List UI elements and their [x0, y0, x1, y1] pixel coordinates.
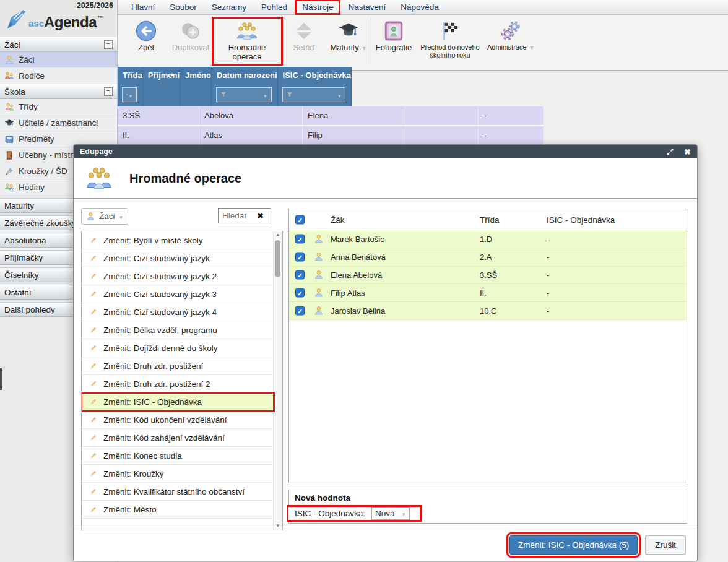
- column-zak[interactable]: Žák: [331, 215, 345, 224]
- search-input[interactable]: [222, 211, 257, 220]
- menu-item[interactable]: Seznamy: [206, 1, 252, 13]
- scroll-down-icon[interactable]: ▼: [274, 523, 282, 529]
- operation-label: Změnit: Délka vzděl. programu: [103, 326, 217, 335]
- row-checkbox[interactable]: [295, 288, 305, 298]
- table-row[interactable]: 3.SŠ Abelová Elena -: [118, 106, 544, 126]
- bg-table-column-header[interactable]: Příjmení ▲: [143, 67, 180, 106]
- cancel-button[interactable]: Zrušit: [645, 535, 686, 555]
- dialog-title-bar[interactable]: Edupage ✖: [74, 145, 697, 158]
- operation-item[interactable]: Změnit: Konec studia: [82, 447, 274, 465]
- operation-item[interactable]: Změnit: Druh zdr. postižení: [82, 357, 274, 375]
- new-value-row: ISIC - Objednávka: Nová: [287, 505, 422, 522]
- operation-item[interactable]: Změnit: ISIC - Objednávka: [82, 393, 274, 411]
- close-icon[interactable]: ✖: [684, 147, 691, 157]
- toolbar-button[interactable]: Zpět: [124, 18, 168, 64]
- expand-icon[interactable]: [666, 148, 674, 156]
- scrollbar[interactable]: ▲ ▼: [273, 231, 282, 530]
- bg-column-label: Příjmení: [148, 71, 180, 80]
- sidebar-entry[interactable]: Rodiče: [0, 68, 117, 84]
- menu-item[interactable]: Nastavení: [342, 1, 391, 13]
- operation-label: Změnit: Cizí studovaný jazyk 2: [103, 272, 217, 281]
- bg-table-column-header[interactable]: Datum narození: [212, 67, 278, 106]
- scope-label: Žáci: [99, 212, 115, 221]
- operation-item[interactable]: Změnit: Kód zahájení vzdělávání: [82, 429, 274, 447]
- row-checkbox[interactable]: [295, 306, 305, 316]
- collapse-minus-icon[interactable]: −: [104, 87, 113, 96]
- menu-item[interactable]: Nástroje: [297, 1, 339, 13]
- sidebar-entry[interactable]: Učitelé / zaměstnanci: [0, 115, 117, 131]
- student-name: Filip Atlas: [331, 288, 365, 298]
- icon-group-sm: [236, 19, 258, 43]
- filter-dropdown[interactable]: [282, 87, 346, 102]
- scroll-up-icon[interactable]: ▲: [274, 232, 282, 238]
- student-row[interactable]: Elena Abelová 3.SŠ -: [289, 266, 687, 284]
- filter-dropdown[interactable]: [216, 87, 272, 102]
- pencil-icon: [89, 236, 98, 245]
- toolbar-button[interactable]: Setřiď: [282, 18, 326, 64]
- student-isic: -: [547, 270, 549, 280]
- toolbar-button[interactable]: Duplikovat: [168, 18, 213, 64]
- operation-item[interactable]: Změnit: Kód ukončení vzdělávání: [82, 411, 274, 429]
- toolbar-button[interactable]: Přechod do nového školního roku: [416, 18, 484, 64]
- operation-item[interactable]: Změnit: Město: [82, 501, 274, 519]
- students-table-body: Marek Bartošic 1.D - Anna Benátová 2.A -…: [289, 230, 687, 320]
- menu-item[interactable]: Soubor: [164, 1, 202, 13]
- chevron-down-icon[interactable]: [362, 43, 367, 53]
- sidebar-entry[interactable]: Žáci −: [0, 37, 117, 52]
- operation-item[interactable]: Změnit: Dojíždi denně do školy: [82, 339, 274, 357]
- clear-search-icon[interactable]: ✖: [257, 211, 264, 220]
- student-row[interactable]: Filip Atlas II. -: [289, 284, 687, 302]
- column-trida[interactable]: Třída: [480, 215, 500, 224]
- operation-label: Změnit: Cizí studovaný jazyk 4: [103, 308, 217, 317]
- column-isic[interactable]: ISIC - Objednávka: [547, 215, 615, 224]
- side-panel-handle[interactable]: [0, 368, 2, 390]
- sort-asc-icon[interactable]: ▲: [169, 71, 175, 77]
- sidebar-entry[interactable]: Žáci: [0, 52, 117, 68]
- app-window: 2025/2026 asc Agenda ™ HlavníSouborSezna…: [0, 0, 728, 562]
- operation-item[interactable]: Změnit: Cizí studovaný jazyk 2: [82, 267, 274, 285]
- isic-value-dropdown[interactable]: Nová: [371, 507, 410, 520]
- toolbar-button[interactable]: Maturity: [326, 18, 371, 64]
- scope-dropdown[interactable]: Žáci: [81, 208, 128, 225]
- menu-item[interactable]: Pohled: [256, 1, 293, 13]
- bg-table-column-header[interactable]: Třída: [118, 67, 143, 106]
- student-row[interactable]: Anna Benátová 2.A -: [289, 248, 687, 266]
- student-row[interactable]: Jaroslav Bělina 10.C -: [289, 302, 687, 320]
- operation-item[interactable]: Změnit: Cizí studovaný jazyk: [82, 249, 274, 267]
- apply-button[interactable]: Změnit: ISIC - Objednávka (5): [509, 535, 638, 555]
- operation-item[interactable]: Změnit: Bydlí v místě školy: [82, 231, 274, 249]
- icon-person: [4, 55, 14, 65]
- collapse-minus-icon[interactable]: −: [104, 40, 113, 49]
- row-checkbox[interactable]: [295, 253, 305, 262]
- student-row[interactable]: Marek Bartošic 1.D -: [289, 230, 687, 248]
- row-checkbox[interactable]: [295, 235, 305, 244]
- sidebar-entry-label: Škola: [4, 87, 104, 97]
- toolbar-button[interactable]: Administrace: [484, 18, 538, 64]
- sidebar-entry[interactable]: Třídy: [0, 99, 117, 115]
- toolbar-button[interactable]: Fotografie: [371, 18, 416, 64]
- toolbar-button[interactable]: Hromadné operace: [213, 18, 282, 64]
- menu-item[interactable]: Nápověda: [395, 1, 444, 13]
- operation-item[interactable]: Změnit: Cizí studovaný jazyk 3: [82, 285, 274, 303]
- operation-label: Změnit: Cizí studovaný jazyk: [103, 254, 210, 263]
- bulk-operations-dialog: Edupage ✖ Hromadné operace Žáci ✖ Změnit…: [73, 144, 698, 561]
- operation-item[interactable]: Změnit: Délka vzděl. programu: [82, 321, 274, 339]
- dialog-title: Edupage: [80, 147, 666, 156]
- sidebar-entry[interactable]: Škola −: [0, 84, 117, 99]
- menu-item[interactable]: Hlavní: [126, 1, 160, 13]
- filter-dropdown[interactable]: [122, 87, 137, 102]
- operation-label: Změnit: Bydlí v místě školy: [103, 236, 203, 245]
- row-checkbox[interactable]: [295, 270, 305, 280]
- isic-value: Nová: [375, 509, 395, 518]
- table-row[interactable]: II. Atlas Filip -: [118, 126, 544, 146]
- operation-item[interactable]: Změnit: Kroužky: [82, 465, 274, 483]
- scrollbar-thumb[interactable]: [275, 240, 280, 277]
- bg-table-column-header[interactable]: ISIC - Objednávka: [278, 67, 352, 106]
- operation-item[interactable]: Změnit: Druh zdr. postižení 2: [82, 375, 274, 393]
- chevron-down-icon[interactable]: [529, 43, 535, 51]
- select-all-checkbox[interactable]: [295, 215, 305, 224]
- bg-table-column-header[interactable]: Jméno: [180, 67, 212, 106]
- operation-item[interactable]: Změnit: Kvalifikátor státního občanství: [82, 483, 274, 501]
- pencil-icon: [89, 397, 98, 407]
- operation-item[interactable]: Změnit: Cizí studovaný jazyk 4: [82, 303, 274, 321]
